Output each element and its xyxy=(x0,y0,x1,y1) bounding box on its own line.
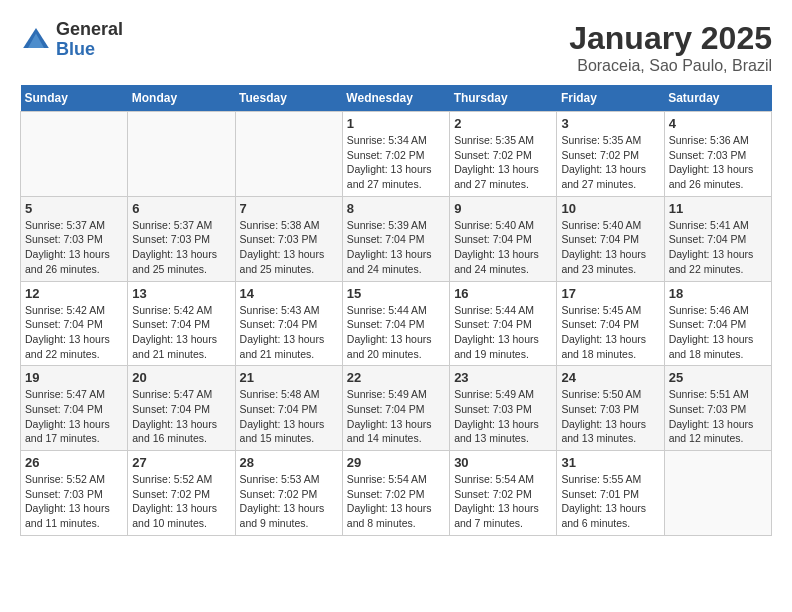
day-number: 14 xyxy=(240,286,338,301)
day-number: 20 xyxy=(132,370,230,385)
day-number: 29 xyxy=(347,455,445,470)
logo-blue-text: Blue xyxy=(56,40,123,60)
calendar-cell: 26Sunrise: 5:52 AMSunset: 7:03 PMDayligh… xyxy=(21,451,128,536)
calendar-cell: 21Sunrise: 5:48 AMSunset: 7:04 PMDayligh… xyxy=(235,366,342,451)
calendar-week-2: 5Sunrise: 5:37 AMSunset: 7:03 PMDaylight… xyxy=(21,196,772,281)
day-info: Sunrise: 5:51 AMSunset: 7:03 PMDaylight:… xyxy=(669,387,767,446)
day-info: Sunrise: 5:36 AMSunset: 7:03 PMDaylight:… xyxy=(669,133,767,192)
day-info: Sunrise: 5:42 AMSunset: 7:04 PMDaylight:… xyxy=(132,303,230,362)
calendar-cell: 31Sunrise: 5:55 AMSunset: 7:01 PMDayligh… xyxy=(557,451,664,536)
day-number: 4 xyxy=(669,116,767,131)
day-info: Sunrise: 5:54 AMSunset: 7:02 PMDaylight:… xyxy=(454,472,552,531)
day-info: Sunrise: 5:42 AMSunset: 7:04 PMDaylight:… xyxy=(25,303,123,362)
calendar-cell: 18Sunrise: 5:46 AMSunset: 7:04 PMDayligh… xyxy=(664,281,771,366)
day-number: 16 xyxy=(454,286,552,301)
calendar-cell: 13Sunrise: 5:42 AMSunset: 7:04 PMDayligh… xyxy=(128,281,235,366)
calendar-cell: 11Sunrise: 5:41 AMSunset: 7:04 PMDayligh… xyxy=(664,196,771,281)
calendar-header: SundayMondayTuesdayWednesdayThursdayFrid… xyxy=(21,85,772,112)
day-info: Sunrise: 5:46 AMSunset: 7:04 PMDaylight:… xyxy=(669,303,767,362)
calendar-cell: 22Sunrise: 5:49 AMSunset: 7:04 PMDayligh… xyxy=(342,366,449,451)
day-info: Sunrise: 5:49 AMSunset: 7:03 PMDaylight:… xyxy=(454,387,552,446)
day-number: 11 xyxy=(669,201,767,216)
day-number: 1 xyxy=(347,116,445,131)
day-info: Sunrise: 5:47 AMSunset: 7:04 PMDaylight:… xyxy=(132,387,230,446)
calendar-cell: 19Sunrise: 5:47 AMSunset: 7:04 PMDayligh… xyxy=(21,366,128,451)
day-number: 7 xyxy=(240,201,338,216)
day-info: Sunrise: 5:55 AMSunset: 7:01 PMDaylight:… xyxy=(561,472,659,531)
calendar-cell: 5Sunrise: 5:37 AMSunset: 7:03 PMDaylight… xyxy=(21,196,128,281)
day-number: 3 xyxy=(561,116,659,131)
calendar-cell: 12Sunrise: 5:42 AMSunset: 7:04 PMDayligh… xyxy=(21,281,128,366)
calendar-table: SundayMondayTuesdayWednesdayThursdayFrid… xyxy=(20,85,772,536)
calendar-week-5: 26Sunrise: 5:52 AMSunset: 7:03 PMDayligh… xyxy=(21,451,772,536)
calendar-cell: 28Sunrise: 5:53 AMSunset: 7:02 PMDayligh… xyxy=(235,451,342,536)
day-number: 28 xyxy=(240,455,338,470)
calendar-cell: 4Sunrise: 5:36 AMSunset: 7:03 PMDaylight… xyxy=(664,112,771,197)
day-info: Sunrise: 5:52 AMSunset: 7:02 PMDaylight:… xyxy=(132,472,230,531)
day-info: Sunrise: 5:40 AMSunset: 7:04 PMDaylight:… xyxy=(561,218,659,277)
day-info: Sunrise: 5:45 AMSunset: 7:04 PMDaylight:… xyxy=(561,303,659,362)
calendar-cell: 14Sunrise: 5:43 AMSunset: 7:04 PMDayligh… xyxy=(235,281,342,366)
day-number: 13 xyxy=(132,286,230,301)
day-info: Sunrise: 5:48 AMSunset: 7:04 PMDaylight:… xyxy=(240,387,338,446)
day-number: 6 xyxy=(132,201,230,216)
day-number: 21 xyxy=(240,370,338,385)
calendar-cell: 24Sunrise: 5:50 AMSunset: 7:03 PMDayligh… xyxy=(557,366,664,451)
calendar-cell: 25Sunrise: 5:51 AMSunset: 7:03 PMDayligh… xyxy=(664,366,771,451)
day-number: 8 xyxy=(347,201,445,216)
day-number: 22 xyxy=(347,370,445,385)
day-number: 17 xyxy=(561,286,659,301)
day-info: Sunrise: 5:49 AMSunset: 7:04 PMDaylight:… xyxy=(347,387,445,446)
calendar-week-3: 12Sunrise: 5:42 AMSunset: 7:04 PMDayligh… xyxy=(21,281,772,366)
day-info: Sunrise: 5:41 AMSunset: 7:04 PMDaylight:… xyxy=(669,218,767,277)
day-info: Sunrise: 5:43 AMSunset: 7:04 PMDaylight:… xyxy=(240,303,338,362)
day-number: 2 xyxy=(454,116,552,131)
day-number: 24 xyxy=(561,370,659,385)
day-info: Sunrise: 5:40 AMSunset: 7:04 PMDaylight:… xyxy=(454,218,552,277)
calendar-cell xyxy=(128,112,235,197)
weekday-header-saturday: Saturday xyxy=(664,85,771,112)
calendar-cell xyxy=(21,112,128,197)
day-info: Sunrise: 5:44 AMSunset: 7:04 PMDaylight:… xyxy=(347,303,445,362)
weekday-header-monday: Monday xyxy=(128,85,235,112)
day-number: 18 xyxy=(669,286,767,301)
calendar-subtitle: Boraceia, Sao Paulo, Brazil xyxy=(569,57,772,75)
calendar-week-4: 19Sunrise: 5:47 AMSunset: 7:04 PMDayligh… xyxy=(21,366,772,451)
day-info: Sunrise: 5:35 AMSunset: 7:02 PMDaylight:… xyxy=(454,133,552,192)
calendar-cell: 20Sunrise: 5:47 AMSunset: 7:04 PMDayligh… xyxy=(128,366,235,451)
day-info: Sunrise: 5:39 AMSunset: 7:04 PMDaylight:… xyxy=(347,218,445,277)
day-number: 19 xyxy=(25,370,123,385)
calendar-cell xyxy=(235,112,342,197)
calendar-cell xyxy=(664,451,771,536)
day-info: Sunrise: 5:37 AMSunset: 7:03 PMDaylight:… xyxy=(132,218,230,277)
day-info: Sunrise: 5:34 AMSunset: 7:02 PMDaylight:… xyxy=(347,133,445,192)
weekday-header-friday: Friday xyxy=(557,85,664,112)
calendar-cell: 9Sunrise: 5:40 AMSunset: 7:04 PMDaylight… xyxy=(450,196,557,281)
weekday-header-sunday: Sunday xyxy=(21,85,128,112)
calendar-cell: 29Sunrise: 5:54 AMSunset: 7:02 PMDayligh… xyxy=(342,451,449,536)
day-number: 12 xyxy=(25,286,123,301)
calendar-cell: 7Sunrise: 5:38 AMSunset: 7:03 PMDaylight… xyxy=(235,196,342,281)
day-info: Sunrise: 5:38 AMSunset: 7:03 PMDaylight:… xyxy=(240,218,338,277)
day-number: 10 xyxy=(561,201,659,216)
calendar-cell: 8Sunrise: 5:39 AMSunset: 7:04 PMDaylight… xyxy=(342,196,449,281)
day-number: 30 xyxy=(454,455,552,470)
calendar-cell: 27Sunrise: 5:52 AMSunset: 7:02 PMDayligh… xyxy=(128,451,235,536)
day-number: 15 xyxy=(347,286,445,301)
title-block: January 2025 Boraceia, Sao Paulo, Brazil xyxy=(569,20,772,75)
day-number: 9 xyxy=(454,201,552,216)
day-info: Sunrise: 5:35 AMSunset: 7:02 PMDaylight:… xyxy=(561,133,659,192)
day-number: 5 xyxy=(25,201,123,216)
day-info: Sunrise: 5:52 AMSunset: 7:03 PMDaylight:… xyxy=(25,472,123,531)
day-number: 31 xyxy=(561,455,659,470)
logo-text: General Blue xyxy=(56,20,123,60)
day-info: Sunrise: 5:47 AMSunset: 7:04 PMDaylight:… xyxy=(25,387,123,446)
calendar-week-1: 1Sunrise: 5:34 AMSunset: 7:02 PMDaylight… xyxy=(21,112,772,197)
day-number: 25 xyxy=(669,370,767,385)
calendar-body: 1Sunrise: 5:34 AMSunset: 7:02 PMDaylight… xyxy=(21,112,772,536)
day-info: Sunrise: 5:50 AMSunset: 7:03 PMDaylight:… xyxy=(561,387,659,446)
calendar-cell: 17Sunrise: 5:45 AMSunset: 7:04 PMDayligh… xyxy=(557,281,664,366)
weekday-header-thursday: Thursday xyxy=(450,85,557,112)
calendar-cell: 10Sunrise: 5:40 AMSunset: 7:04 PMDayligh… xyxy=(557,196,664,281)
calendar-cell: 30Sunrise: 5:54 AMSunset: 7:02 PMDayligh… xyxy=(450,451,557,536)
